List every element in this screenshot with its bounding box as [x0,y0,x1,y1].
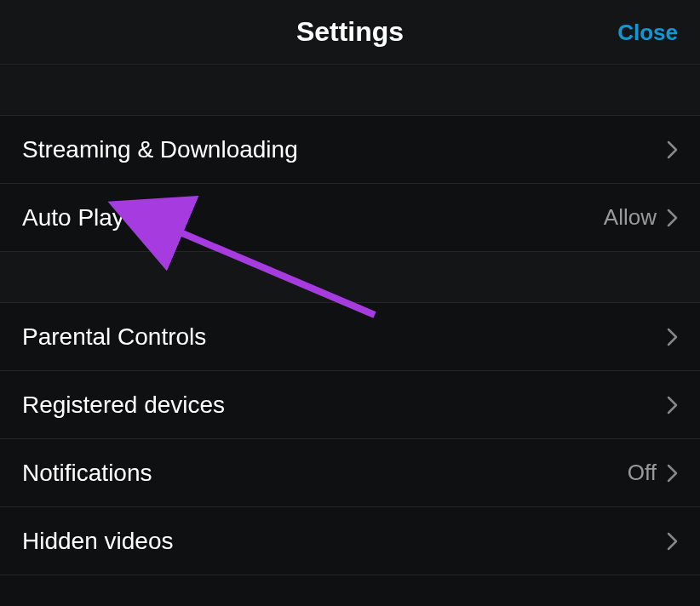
row-right: Allow [604,204,678,231]
row-auto-play[interactable]: Auto Play Allow [0,184,700,252]
row-label: Parental Controls [22,323,206,351]
settings-header: Settings Close [0,0,700,65]
row-right [657,532,678,551]
row-hidden-videos[interactable]: Hidden videos [0,507,700,575]
row-registered-devices[interactable]: Registered devices [0,371,700,439]
section-gap [0,65,700,116]
settings-section-2: Parental Controls Registered devices Not… [0,303,700,575]
row-value: Off [628,460,657,486]
chevron-right-icon [667,396,678,414]
chevron-right-icon [667,328,678,346]
row-label: Hidden videos [22,528,173,555]
row-streaming-downloading[interactable]: Streaming & Downloading [0,116,700,184]
section-gap [0,252,700,303]
page-title: Settings [296,16,404,48]
row-value: Allow [604,204,657,231]
close-button[interactable]: Close [617,19,678,45]
row-right [657,140,678,159]
row-notifications[interactable]: Notifications Off [0,439,700,507]
chevron-right-icon [667,209,678,227]
row-label: Streaming & Downloading [22,136,298,163]
chevron-right-icon [667,140,678,159]
settings-section-1: Streaming & Downloading Auto Play Allow [0,116,700,252]
row-label: Auto Play [22,204,124,232]
chevron-right-icon [667,464,678,483]
row-label: Registered devices [22,392,225,419]
chevron-right-icon [667,532,678,551]
row-right [657,396,678,414]
row-label: Notifications [22,460,152,487]
row-right: Off [628,460,678,486]
row-right [657,328,678,346]
row-parental-controls[interactable]: Parental Controls [0,303,700,371]
